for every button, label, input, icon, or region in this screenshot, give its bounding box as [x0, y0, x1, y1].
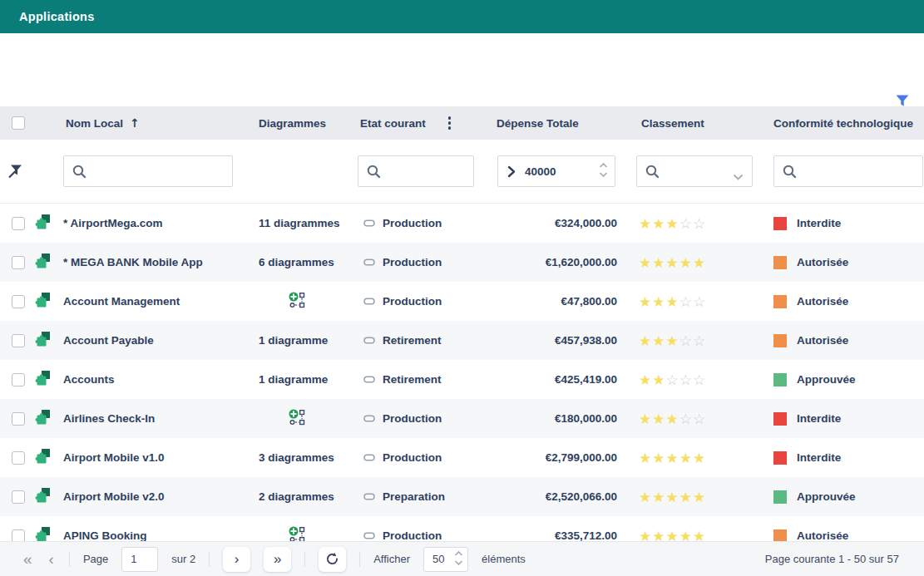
application-icon: [35, 254, 50, 271]
table-row[interactable]: Airport Mobile v2.0 2 diagrammes: [0, 477, 924, 516]
sort-asc-icon[interactable]: ↑: [130, 116, 140, 130]
column-header-name[interactable]: Nom Local: [66, 117, 123, 130]
spend-stepper-icon[interactable]: [599, 162, 608, 178]
application-icon: [35, 449, 50, 466]
table-row[interactable]: Account Payable 1 diagramme: [0, 321, 924, 360]
row-checkbox[interactable]: [12, 373, 25, 386]
app-name[interactable]: APING Booking: [63, 529, 259, 542]
state-icon: [363, 451, 375, 464]
state-icon: [363, 412, 375, 425]
application-icon: [35, 488, 50, 505]
star-filled-icon: ★: [639, 215, 652, 232]
star-filled-icon: ★: [679, 489, 693, 505]
page-number-input[interactable]: [121, 547, 158, 572]
app-name[interactable]: Airport Mobile v1.0: [63, 451, 259, 464]
state-icon: [363, 295, 375, 308]
first-page-icon[interactable]: «: [22, 551, 34, 567]
star-filled-icon: ★: [639, 254, 652, 271]
diagram-count[interactable]: 1 diagramme: [259, 334, 328, 347]
total-spend: €2,799,000.00: [497, 451, 617, 464]
diagram-count[interactable]: 6 diagrammes: [259, 256, 334, 268]
name-filter-input[interactable]: [63, 155, 233, 187]
total-spend: €47,800.00: [497, 295, 617, 308]
state-filter-input[interactable]: [358, 155, 474, 187]
rating-stars: ★★★☆☆: [617, 332, 773, 349]
row-checkbox[interactable]: [12, 295, 25, 308]
clear-filter-icon[interactable]: [7, 163, 24, 180]
filter-icon[interactable]: [893, 91, 912, 110]
rating-stars: ★★★☆☆: [617, 411, 773, 427]
row-checkbox[interactable]: [12, 451, 25, 465]
compliance-label: Interdite: [797, 412, 841, 425]
star-empty-icon: ☆: [693, 411, 706, 427]
diagram-count[interactable]: 11 diagrammes: [259, 217, 340, 229]
rating-filter-input[interactable]: [636, 155, 753, 187]
diagram-count[interactable]: 1 diagramme: [259, 373, 328, 386]
star-filled-icon: ★: [652, 489, 665, 505]
star-filled-icon: ★: [652, 372, 665, 388]
column-header-spend[interactable]: Dépense Totale: [497, 117, 617, 130]
diagram-icon[interactable]: [289, 292, 306, 311]
star-filled-icon: ★: [666, 215, 679, 232]
greater-than-icon[interactable]: [507, 165, 516, 178]
diagram-count[interactable]: 3 diagrammes: [259, 451, 334, 464]
table-row[interactable]: * MEGA BANK Mobile App 6 diagrammes: [0, 243, 924, 282]
app-name[interactable]: Account Management: [63, 295, 259, 308]
star-filled-icon: ★: [666, 254, 679, 271]
state-label: Production: [383, 295, 442, 308]
compliance-filter-input[interactable]: [773, 155, 923, 187]
table-header-row: Nom Local ↑ Diagrammes Etat courant Dépe…: [0, 106, 924, 140]
app-name[interactable]: Account Payable: [63, 334, 259, 347]
row-checkbox[interactable]: [12, 412, 25, 426]
app-name[interactable]: Accounts: [63, 373, 259, 386]
dropdown-chevron-icon[interactable]: [733, 169, 744, 184]
filter-row: [0, 140, 924, 204]
column-header-diagrams[interactable]: Diagrammes: [259, 117, 360, 130]
state-label: Production: [383, 217, 442, 229]
table-row[interactable]: Airport Mobile v1.0 3 diagrammes: [0, 438, 924, 477]
star-filled-icon: ★: [639, 372, 652, 388]
star-filled-icon: ★: [666, 293, 679, 310]
state-icon: [363, 256, 375, 268]
state-icon: [363, 373, 375, 386]
table-row[interactable]: Airlines Check-In: [0, 399, 924, 438]
prev-page-icon[interactable]: ‹: [47, 551, 56, 567]
column-header-compliance[interactable]: Conformité technologique: [773, 117, 924, 130]
table-row[interactable]: Accounts 1 diagramme: [0, 360, 924, 399]
state-icon: [363, 334, 375, 347]
table-row[interactable]: * AirportMega.com 11 diagrammes: [0, 204, 924, 243]
spend-filter-input[interactable]: [497, 155, 615, 187]
divider: [209, 552, 210, 567]
star-empty-icon: ☆: [693, 372, 706, 388]
column-menu-icon[interactable]: [448, 116, 452, 130]
page-size-input[interactable]: [423, 547, 468, 572]
app-name[interactable]: * MEGA BANK Mobile App: [63, 256, 259, 268]
name-filter-field[interactable]: [64, 156, 232, 186]
app-name[interactable]: Airlines Check-In: [63, 412, 259, 425]
row-checkbox[interactable]: [12, 334, 25, 347]
state-label: Production: [383, 412, 442, 425]
diagram-icon[interactable]: [289, 409, 306, 428]
compliance-color-square: [773, 334, 787, 347]
rating-stars: ★★★★★: [617, 489, 773, 505]
row-checkbox[interactable]: [12, 217, 25, 230]
app-name[interactable]: * AirportMega.com: [63, 217, 259, 229]
total-spend: €1,620,000.00: [497, 256, 617, 268]
compliance-label: Autorisée: [797, 334, 848, 347]
select-all-checkbox[interactable]: [12, 116, 25, 130]
compliance-label: Autorisée: [797, 529, 848, 542]
last-page-button[interactable]: »: [264, 547, 291, 572]
refresh-button[interactable]: [319, 547, 346, 572]
next-page-button[interactable]: ›: [223, 547, 250, 572]
row-checkbox[interactable]: [12, 490, 25, 504]
column-header-state[interactable]: Etat courant: [360, 117, 426, 130]
diagram-count[interactable]: 2 diagrammes: [259, 490, 334, 503]
page-size-field[interactable]: [424, 548, 452, 571]
app-name[interactable]: Airport Mobile v2.0: [63, 490, 259, 503]
app-bar: Applications: [0, 0, 924, 33]
column-header-rating[interactable]: Classement: [617, 117, 773, 130]
row-checkbox[interactable]: [12, 256, 25, 269]
table-row[interactable]: Account Management: [0, 282, 924, 321]
page-size-stepper-icon[interactable]: [454, 550, 463, 566]
compliance-label: Autorisée: [797, 295, 848, 308]
